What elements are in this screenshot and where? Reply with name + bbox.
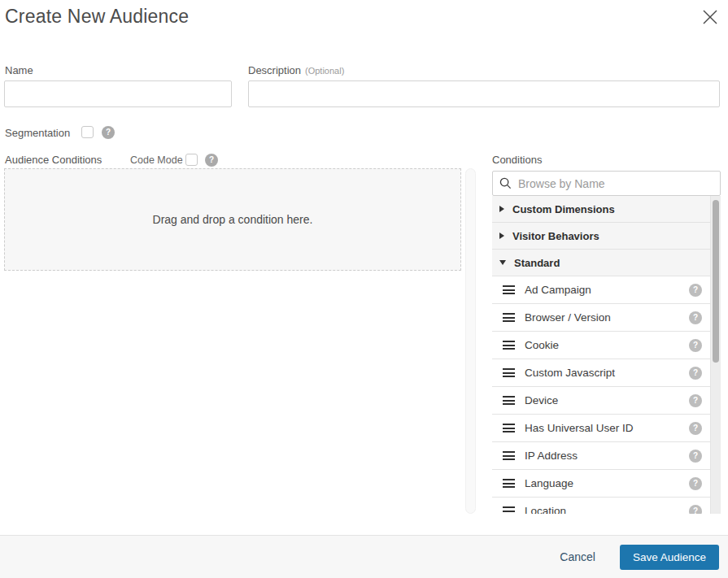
search-icon xyxy=(499,177,512,189)
condition-item-label: Has Universal User ID xyxy=(525,422,634,434)
help-icon[interactable]: ? xyxy=(689,450,702,463)
segmentation-checkbox[interactable] xyxy=(81,126,94,138)
drag-handle-icon[interactable] xyxy=(503,396,515,405)
drag-handle-icon[interactable] xyxy=(503,285,515,294)
section-header-custom-dimensions[interactable]: Custom Dimensions xyxy=(492,196,710,223)
condition-item-ad-campaign[interactable]: Ad Campaign? xyxy=(492,276,710,304)
description-optional-label: (Optional) xyxy=(305,66,344,76)
description-label: Description(Optional) xyxy=(248,64,344,76)
search-input[interactable] xyxy=(518,177,713,190)
close-icon[interactable] xyxy=(701,9,719,27)
condition-item-label: Ad Campaign xyxy=(525,284,591,296)
condition-item-location[interactable]: Location? xyxy=(492,498,710,514)
conditions-panel-title: Conditions xyxy=(492,154,542,166)
condition-item-label: Custom Javascript xyxy=(525,367,615,379)
help-icon[interactable]: ? xyxy=(689,394,702,407)
chevron-down-icon xyxy=(499,260,506,265)
condition-item-label: IP Address xyxy=(525,450,578,462)
conditions-search-box xyxy=(492,171,721,196)
help-icon[interactable]: ? xyxy=(689,367,702,380)
audience-conditions-label: Audience Conditions xyxy=(5,154,102,166)
drag-handle-icon[interactable] xyxy=(503,506,515,514)
condition-item-has-universal-user-id[interactable]: Has Universal User ID? xyxy=(492,415,710,442)
left-pane-scrollbar[interactable] xyxy=(465,168,476,514)
chevron-right-icon xyxy=(499,233,504,239)
scrollbar-thumb[interactable] xyxy=(713,200,719,363)
condition-item-language[interactable]: Language? xyxy=(492,470,710,498)
condition-dropzone[interactable]: Drag and drop a condition here. xyxy=(4,168,461,271)
name-label: Name xyxy=(5,64,33,76)
segmentation-label: Segmentation xyxy=(5,127,70,139)
condition-item-browser-version[interactable]: Browser / Version? xyxy=(492,304,710,332)
section-header-visitor-behaviors[interactable]: Visitor Behaviors xyxy=(492,223,710,250)
code-mode-label: Code Mode xyxy=(130,154,183,166)
chevron-right-icon xyxy=(499,206,504,212)
condition-item-ip-address[interactable]: IP Address? xyxy=(492,442,710,470)
drag-handle-icon[interactable] xyxy=(503,479,515,488)
help-icon[interactable]: ? xyxy=(689,284,702,297)
close-x-glyph xyxy=(702,9,718,25)
help-icon[interactable]: ? xyxy=(689,311,702,324)
condition-item-cookie[interactable]: Cookie? xyxy=(492,332,710,359)
page-title: Create New Audience xyxy=(5,6,189,28)
help-icon[interactable]: ? xyxy=(689,339,702,352)
save-audience-button[interactable]: Save Audience xyxy=(620,545,719,570)
section-header-standard[interactable]: Standard xyxy=(492,250,710,276)
drag-handle-icon[interactable] xyxy=(503,424,515,432)
condition-item-label: Location xyxy=(525,505,566,514)
condition-item-label: Device xyxy=(525,394,558,406)
help-icon[interactable]: ? xyxy=(689,422,702,435)
condition-item-label: Cookie xyxy=(525,339,559,351)
segmentation-help-icon[interactable]: ? xyxy=(102,126,115,139)
dropzone-text: Drag and drop a condition here. xyxy=(153,213,313,226)
drag-handle-icon[interactable] xyxy=(503,368,515,377)
section-label: Visitor Behaviors xyxy=(512,230,599,242)
drag-handle-icon[interactable] xyxy=(503,341,515,350)
create-audience-dialog: Create New Audience Name Description(Opt… xyxy=(0,0,728,578)
conditions-list: Custom DimensionsVisitor BehaviorsStanda… xyxy=(492,196,711,514)
description-label-text: Description xyxy=(248,64,301,76)
section-label: Custom Dimensions xyxy=(512,203,615,215)
name-input[interactable] xyxy=(4,80,232,107)
condition-item-label: Language xyxy=(525,477,573,489)
condition-item-custom-javascript[interactable]: Custom Javascript? xyxy=(492,359,710,387)
drag-handle-icon[interactable] xyxy=(503,313,515,322)
code-mode-checkbox[interactable] xyxy=(185,154,198,166)
conditions-scrollbar[interactable] xyxy=(711,196,721,514)
code-mode-help-icon[interactable]: ? xyxy=(205,154,218,167)
section-label: Standard xyxy=(514,257,560,269)
help-icon[interactable]: ? xyxy=(689,477,702,490)
drag-handle-icon[interactable] xyxy=(503,451,515,460)
description-input[interactable] xyxy=(248,80,720,107)
condition-item-device[interactable]: Device? xyxy=(492,387,710,415)
condition-item-label: Browser / Version xyxy=(525,311,611,324)
cancel-button[interactable]: Cancel xyxy=(560,550,595,563)
dialog-footer: Cancel Save Audience xyxy=(0,535,728,578)
help-icon[interactable]: ? xyxy=(689,505,702,515)
